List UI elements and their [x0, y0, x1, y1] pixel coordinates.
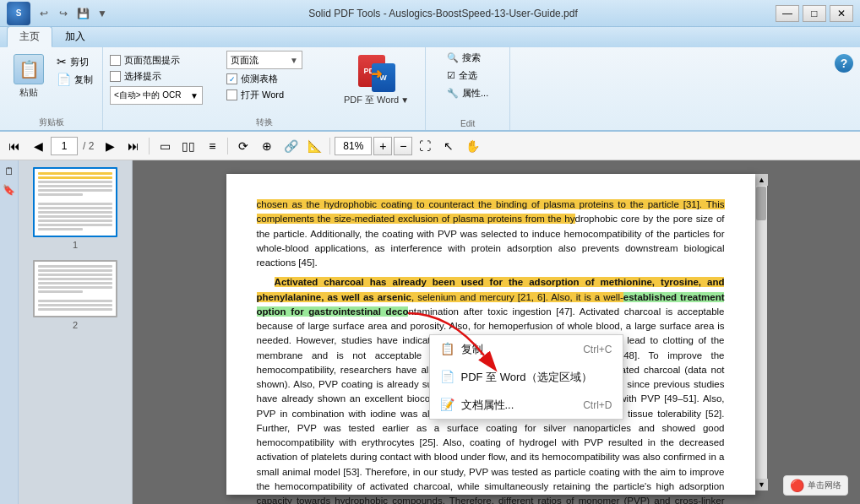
- thumb-number-1: 1: [73, 240, 78, 250]
- props-ctx-icon: 📝: [440, 396, 454, 414]
- watermark-logo: 🔴: [790, 479, 804, 492]
- convert-section: 页面范围提示 选择提示 <自动> 中的 OCR ▼: [103, 47, 426, 130]
- properties-button[interactable]: 🔧 属性...: [444, 86, 491, 100]
- zoom-in-button[interactable]: +: [373, 137, 392, 155]
- thumb-number-2: 2: [73, 320, 78, 330]
- bookmark-icon[interactable]: 🔖: [2, 182, 17, 198]
- detect-table-row: ✓ 侦测表格: [226, 73, 328, 85]
- select-hint-row: 选择提示: [110, 70, 220, 83]
- page-flow-dropdown[interactable]: 页面流 ▼: [226, 51, 302, 69]
- pdf-viewer[interactable]: chosen as the hydrophobic coating to cou…: [133, 160, 860, 504]
- copy-button[interactable]: 📄 复制: [54, 72, 95, 87]
- help-button[interactable]: ?: [835, 54, 853, 73]
- ctx-properties-label: 文档属性...: [461, 397, 514, 414]
- ctx-copy[interactable]: 📋 复制 Ctrl+C: [430, 335, 623, 363]
- thumb-content-1: [35, 169, 116, 236]
- ctx-copy-label: 复制: [461, 341, 483, 358]
- select-hint-checkbox[interactable]: [110, 71, 121, 82]
- page-number-input[interactable]: [51, 137, 78, 155]
- fit-button[interactable]: ⛶: [414, 135, 436, 157]
- detect-table-checkbox[interactable]: ✓: [226, 73, 237, 84]
- checkbox-group: 页面范围提示 选择提示: [110, 51, 220, 83]
- convert-arrow-icon: ➜: [371, 66, 382, 82]
- last-page-button[interactable]: ⏭: [122, 135, 144, 157]
- continuous-button[interactable]: ≡: [201, 135, 223, 157]
- next-page-button[interactable]: ▶: [99, 135, 121, 157]
- dropdown-arrow-icon[interactable]: ▼: [94, 5, 111, 22]
- clipboard-label: 剪贴板: [0, 117, 102, 128]
- ocr-arrow-icon: ▼: [190, 91, 199, 100]
- minimize-button[interactable]: —: [776, 5, 799, 22]
- zoom-input[interactable]: [335, 137, 372, 155]
- ocr-label: <自动> 中的 OCR: [114, 89, 190, 101]
- convert-content: 页面范围提示 选择提示 <自动> 中的 OCR ▼: [110, 51, 418, 127]
- thumbnail-2[interactable]: 2: [33, 260, 117, 330]
- undo-button[interactable]: ↩: [35, 5, 52, 22]
- pdf-to-word-button[interactable]: PDF ➜ W PDF 至 Word ▼: [335, 51, 418, 111]
- select-all-button[interactable]: ☑ 全选: [444, 68, 480, 83]
- watermark-text: 单击网络: [808, 480, 841, 491]
- ctx-copy-shortcut: Ctrl+C: [583, 342, 612, 357]
- ctx-properties[interactable]: 📝 文档属性... Ctrl+D: [430, 391, 623, 419]
- zoom-out-button[interactable]: −: [394, 137, 412, 155]
- copy-icon: 📄: [57, 73, 71, 86]
- redo-button[interactable]: ↪: [55, 5, 72, 22]
- clipboard-small-btns: ✂ 剪切 📄 复制: [54, 51, 95, 87]
- paste-button[interactable]: 📋 粘贴: [7, 51, 51, 102]
- page-range-checkbox[interactable]: [110, 55, 121, 66]
- edit-label: Edit: [426, 119, 509, 128]
- quick-access-toolbar: ↩ ↪ 💾 ▼: [35, 5, 111, 22]
- save-button[interactable]: 💾: [74, 5, 91, 22]
- thumbnails-panel: 1 2: [19, 160, 133, 504]
- ribbon-tabs: 主页 加入: [0, 27, 860, 47]
- search-button[interactable]: 🔍 搜索: [444, 51, 483, 65]
- ctx-pdf-to-word[interactable]: 📄 PDF 至 Word（选定区域）: [430, 363, 623, 391]
- cut-button[interactable]: ✂ 剪切: [54, 54, 95, 69]
- double-page-button[interactable]: ▯▯: [177, 135, 199, 157]
- maximize-button[interactable]: □: [803, 5, 826, 22]
- first-page-button[interactable]: ⏮: [3, 135, 25, 157]
- single-page-button[interactable]: ▭: [154, 135, 176, 157]
- app-logo: S: [7, 2, 30, 25]
- link-button[interactable]: 🔗: [280, 135, 302, 157]
- scroll-up-button[interactable]: ▲: [756, 174, 768, 186]
- separator-3: [329, 138, 330, 154]
- thumbnail-panel-icon[interactable]: 🗒: [2, 164, 17, 179]
- thumb-page-2: [33, 260, 117, 317]
- pdf-word-dropdown-icon[interactable]: ▼: [400, 95, 409, 105]
- prev-page-button[interactable]: ◀: [27, 135, 49, 157]
- select-tool-button[interactable]: ↖: [438, 135, 460, 157]
- page-total-label: / 2: [79, 140, 97, 152]
- title-bar: S ↩ ↪ 💾 ▼ Solid PDF Tools - Auslogics-Bo…: [0, 0, 860, 27]
- close-button[interactable]: ✕: [830, 5, 853, 22]
- open-word-row: 打开 Word: [226, 89, 328, 101]
- thumb-page-1: [33, 167, 117, 237]
- clipboard-content: 📋 粘贴 ✂ 剪切 📄 复制: [7, 51, 95, 127]
- measure-button[interactable]: 📐: [303, 135, 325, 157]
- select-all-icon: ☑: [447, 70, 455, 81]
- paste-icon: 📋: [14, 54, 44, 84]
- scroll-down-button[interactable]: ▼: [756, 479, 768, 490]
- hand-tool-button[interactable]: ✋: [461, 135, 483, 157]
- ocr-dropdown[interactable]: <自动> 中的 OCR ▼: [110, 86, 203, 105]
- pdf-page: chosen as the hydrophobic coating to cou…: [226, 174, 755, 495]
- snap-button[interactable]: ⊕: [256, 135, 278, 157]
- rotate-button[interactable]: ⟳: [232, 135, 254, 157]
- edit-content: 🔍 搜索 ☑ 全选 🔧 属性...: [444, 51, 491, 127]
- tab-home[interactable]: 主页: [7, 26, 52, 47]
- paste-label: 粘贴: [19, 86, 38, 99]
- window-controls: — □ ✕: [776, 5, 853, 22]
- ribbon: 📋 粘贴 ✂ 剪切 📄 复制 剪贴板: [0, 47, 860, 132]
- separator-2: [227, 138, 228, 154]
- main-content: 🗒 🔖: [0, 160, 860, 504]
- scrollbar-vertical[interactable]: ▲ ▼: [755, 174, 767, 490]
- page-range-label: 页面范围提示: [124, 54, 180, 67]
- tab-insert[interactable]: 加入: [52, 26, 98, 47]
- pdf-to-word-icon: PDF ➜ W: [358, 55, 395, 92]
- edit-section: 🔍 搜索 ☑ 全选 🔧 属性... Edit: [426, 47, 510, 130]
- pdf-word-ctx-icon: 📄: [440, 368, 454, 386]
- open-word-checkbox[interactable]: [226, 89, 237, 100]
- scroll-thumb[interactable]: [756, 187, 766, 220]
- thumbnail-1[interactable]: 1: [33, 167, 117, 250]
- search-icon: 🔍: [447, 52, 459, 63]
